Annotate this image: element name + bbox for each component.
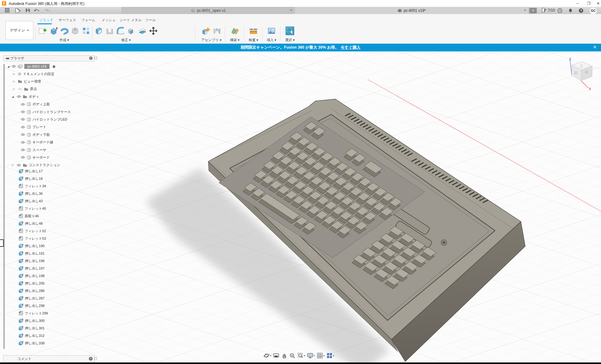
workspace-selector[interactable]: デザイン ▼ <box>6 21 33 40</box>
ribbon-group-label[interactable]: 構築 ▾ <box>226 38 243 42</box>
ribbon-group-label[interactable]: 挿入 ▾ <box>263 38 280 42</box>
viewcube-front-label[interactable]: 前 <box>574 71 578 75</box>
feature-row[interactable]: 押し出し190 <box>18 242 47 249</box>
expand-icon[interactable]: ▷ <box>12 73 16 75</box>
tree-item[interactable]: ボディ下面 <box>20 131 52 138</box>
ribbon-group-label[interactable]: 選択 ▾ <box>281 38 298 42</box>
measure-icon[interactable] <box>248 26 258 36</box>
job-history-icon[interactable] <box>557 8 563 13</box>
visibility-eye-icon[interactable] <box>21 148 25 151</box>
file-menu-caret[interactable]: ▾ <box>19 9 21 12</box>
feature-row[interactable]: 押し出し298 <box>18 302 47 309</box>
browser-panel-header[interactable]: ◀◀ ブラウザ − <box>3 55 95 61</box>
viewcube-top-label[interactable]: 上 <box>579 64 583 68</box>
tree-item[interactable]: パイロットランプケース <box>20 108 74 115</box>
ribbon-tab-3[interactable]: フォーム <box>81 18 95 22</box>
visibility-eye-off-icon[interactable] <box>18 88 22 91</box>
construction-plane-icon[interactable] <box>230 26 240 36</box>
visibility-eye-icon[interactable] <box>21 110 25 113</box>
expand-icon[interactable]: ◢ <box>7 65 10 68</box>
tree-item[interactable]: キーボード <box>20 154 52 161</box>
extrude-icon[interactable] <box>48 26 58 36</box>
comments-panel-header[interactable]: コメント + <box>3 355 95 362</box>
select-icon[interactable] <box>285 26 295 36</box>
browser-minimize-icon[interactable]: − <box>89 56 93 60</box>
fit-view-icon[interactable]: ▾ <box>297 352 305 359</box>
ribbon-tab-2[interactable]: サーフェス <box>59 18 76 22</box>
add-comment-icon[interactable]: + <box>89 357 93 361</box>
tree-item[interactable]: ▷⚙ドキュメントの設定 <box>12 70 57 77</box>
activate-component-icon[interactable]: ◉ <box>52 64 55 69</box>
feature-row[interactable]: 押し出し36 <box>18 190 45 197</box>
revolve-icon[interactable] <box>59 26 69 36</box>
joint-icon[interactable] <box>212 26 222 36</box>
tab-close-icon[interactable]: × <box>524 8 526 13</box>
browser-scrollbar[interactable] <box>3 64 5 349</box>
combine-icon[interactable] <box>127 26 137 36</box>
visibility-eye-icon[interactable] <box>12 65 16 68</box>
zoom-icon[interactable] <box>289 352 296 359</box>
minimize-button[interactable]: ─ <box>573 1 582 6</box>
tree-item[interactable]: プレート <box>20 124 49 131</box>
banner-close-icon[interactable]: ✕ <box>593 45 597 50</box>
feature-row[interactable]: 押し出し197 <box>18 265 47 272</box>
view-cube[interactable]: Z X 上 前 右 <box>563 58 599 92</box>
redo-caret[interactable]: ▾ <box>49 9 50 12</box>
tree-item[interactable]: ◢ボディ <box>11 93 42 100</box>
visibility-eye-icon[interactable] <box>21 126 25 129</box>
job-status-badge[interactable]: 7/10 <box>542 8 555 12</box>
save-icon[interactable] <box>24 8 31 13</box>
create-sketch-icon[interactable] <box>37 26 47 36</box>
restore-button[interactable]: ❐ <box>584 1 594 6</box>
collapse-panel-icon[interactable]: ◀◀ <box>5 57 8 60</box>
visibility-eye-icon[interactable] <box>21 103 25 106</box>
visibility-eye-icon[interactable] <box>17 164 21 167</box>
offset-icon[interactable] <box>137 26 147 36</box>
hole-icon[interactable] <box>70 26 80 36</box>
tree-item[interactable]: ▷原点 <box>12 86 39 93</box>
user-avatar[interactable]: GC <box>589 7 597 15</box>
undo-caret[interactable]: ▾ <box>38 9 39 12</box>
tree-item[interactable]: キーボード縁 <box>20 139 56 146</box>
feature-row[interactable]: 押し出し43 <box>18 198 45 204</box>
tab-close-icon[interactable]: × <box>290 8 292 13</box>
grid-settings-icon[interactable]: ▾ <box>317 352 325 359</box>
tree-item[interactable]: スペーサ <box>20 146 49 153</box>
visibility-eye-icon[interactable] <box>21 133 25 136</box>
visibility-eye-icon[interactable] <box>21 141 25 144</box>
close-button[interactable]: ✕ <box>594 1 601 6</box>
help-icon[interactable]: ? <box>579 8 584 13</box>
insert-image-icon[interactable] <box>267 26 276 36</box>
expand-icon[interactable]: ▷ <box>11 164 14 166</box>
ribbon-group-label[interactable]: アセンブリ ▾ <box>197 38 226 42</box>
browser-panel-grip[interactable] <box>95 56 97 60</box>
visibility-eye-icon[interactable] <box>17 95 21 98</box>
shell-icon[interactable] <box>105 26 115 36</box>
new-tab-button[interactable]: + <box>529 8 537 13</box>
document-tab[interactable]: pc-8001_open v1 × <box>122 7 295 14</box>
feature-row[interactable]: 押し出し198 <box>18 272 47 279</box>
ribbon-group-label[interactable]: 検査 ▾ <box>245 38 262 42</box>
expand-icon[interactable]: ▷ <box>12 80 16 83</box>
display-settings-icon[interactable]: ▾ <box>307 352 315 359</box>
feature-row[interactable]: フィレット53 <box>18 235 49 242</box>
viewports-icon[interactable]: ▾ <box>326 352 334 359</box>
feature-row[interactable]: 押し出し205 <box>18 280 47 287</box>
tree-item[interactable]: ボディ上面 <box>20 101 52 108</box>
expand-icon[interactable]: ▷ <box>12 88 16 90</box>
comments-panel-grip[interactable] <box>95 357 97 360</box>
tree-item[interactable]: パイロットランプLED <box>20 116 70 123</box>
ribbon-tab-4[interactable]: メッシュ <box>102 18 116 22</box>
ribbon-group-label[interactable]: 修正 ▾ <box>94 38 158 42</box>
feature-row[interactable]: 押し出し196 <box>18 257 47 264</box>
pan-icon[interactable] <box>281 352 287 359</box>
browser-root-row[interactable]: ◢pc-8001 v19◉ <box>7 63 55 70</box>
notifications-bell-icon[interactable] <box>568 8 574 13</box>
feature-row[interactable]: 押し出し286 <box>18 287 47 294</box>
new-component-icon[interactable] <box>201 26 211 36</box>
document-tab-active[interactable]: pc-8001 v19* × <box>295 7 529 14</box>
feature-row[interactable]: 押し出し300 <box>18 317 47 324</box>
press-pull-icon[interactable] <box>94 26 104 36</box>
ribbon-tab-1[interactable]: ソリッド <box>39 18 53 22</box>
feature-row[interactable]: フィレット34 <box>18 183 49 189</box>
